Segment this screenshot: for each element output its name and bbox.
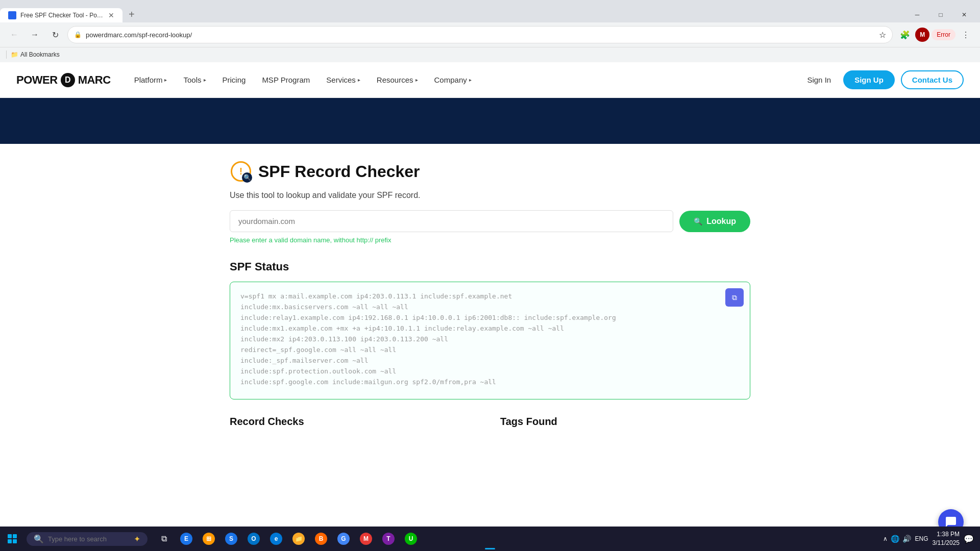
signin-button[interactable]: Sign In [801, 71, 837, 88]
toolbar-actions: 🧩 M Error ⋮ [897, 27, 974, 43]
spf-line-8: include:spf.protection.outlook.com ~all [240, 367, 740, 375]
active-tab[interactable]: Free SPF Checker Tool - Power... ✕ [0, 8, 122, 22]
browser-toolbar: ← → ↻ 🔒 ☆ 🧩 M Error ⋮ [0, 22, 980, 47]
record-checks-section: Record Checks [230, 416, 480, 432]
error-button[interactable]: Error [932, 29, 955, 40]
forward-button[interactable]: → [27, 27, 43, 43]
maximize-button[interactable]: □ [929, 7, 952, 22]
address-bar[interactable]: 🔒 ☆ [67, 26, 893, 43]
lookup-button[interactable]: 🔍 Lookup [679, 211, 750, 232]
browser-window: Free SPF Checker Tool - Power... ✕ + ─ □… [0, 0, 980, 62]
tags-found-section: Tags Found [500, 416, 750, 432]
tags-found-title: Tags Found [500, 416, 750, 428]
menu-button[interactable]: ⋮ [958, 27, 974, 43]
all-bookmarks[interactable]: 📁 All Bookmarks [11, 51, 60, 58]
bookmarks-folder-icon: 📁 [11, 51, 18, 58]
close-button[interactable]: ✕ [952, 7, 976, 22]
platform-chevron: ▸ [164, 77, 167, 83]
extensions-button[interactable]: 🧩 [897, 27, 913, 43]
nav-platform[interactable]: Platform ▸ [127, 71, 175, 88]
reload-button[interactable]: ↻ [47, 27, 63, 43]
hero-banner [0, 98, 980, 144]
signup-button[interactable]: Sign Up [843, 70, 895, 89]
nav-right: Sign In Sign Up Contact Us [801, 70, 964, 89]
minimize-button[interactable]: ─ [905, 7, 929, 22]
company-chevron: ▸ [469, 77, 472, 83]
lock-icon: 🔒 [74, 31, 82, 38]
nav-services[interactable]: Services ▸ [319, 71, 368, 88]
bottom-sections: Record Checks Tags Found [230, 416, 750, 432]
record-checks-title: Record Checks [230, 416, 480, 428]
nav-resources[interactable]: Resources ▸ [370, 71, 425, 88]
spf-line-5: include:mx2 ip4:203.0.113.100 ip4:203.0.… [240, 335, 740, 343]
spf-line-4: include:mx1.example.com +mx +a +ip4:10.1… [240, 324, 740, 332]
logo[interactable]: POWER D MARC [16, 73, 111, 87]
main-content: 🔍 SPF Record Checker Use this tool to lo… [209, 144, 771, 448]
page-content: POWER D MARC Platform ▸ Tools ▸ Pricing … [0, 62, 980, 448]
copy-button[interactable]: ⧉ [725, 288, 744, 307]
url-input[interactable] [86, 31, 875, 39]
resources-chevron: ▸ [415, 77, 418, 83]
spf-status-heading: SPF Status [230, 260, 750, 273]
spf-line-7: include:_spf.mailserver.com ~all [240, 357, 740, 364]
tools-chevron: ▸ [204, 77, 206, 83]
search-row: 🔍 Lookup [230, 210, 750, 232]
bookmarks-bar: 📁 All Bookmarks [0, 47, 980, 62]
nav-company[interactable]: Company ▸ [427, 71, 479, 88]
page-title: 🔍 SPF Record Checker [230, 160, 750, 183]
nav-links: Platform ▸ Tools ▸ Pricing MSP Program S… [127, 71, 801, 88]
new-tab-button[interactable]: + [122, 7, 141, 22]
spf-line-6: redirect=_spf.google.com ~all ~all ~all [240, 346, 740, 354]
spf-line-2: include:mx.basicservers.com ~all ~all ~a… [240, 303, 740, 311]
contact-button[interactable]: Contact Us [901, 70, 964, 89]
nav-pricing[interactable]: Pricing [215, 71, 253, 88]
navbar: POWER D MARC Platform ▸ Tools ▸ Pricing … [0, 62, 980, 98]
tab-favicon [8, 11, 16, 19]
spf-checker-icon: 🔍 [230, 160, 252, 183]
services-chevron: ▸ [358, 77, 360, 83]
profile-button[interactable]: M [915, 28, 929, 42]
tab-bar: Free SPF Checker Tool - Power... ✕ + ─ □… [0, 0, 980, 22]
nav-msp[interactable]: MSP Program [255, 71, 317, 88]
tab-close-button[interactable]: ✕ [108, 11, 114, 19]
hint-text: Please enter a valid domain name, withou… [230, 236, 750, 244]
spf-status-box: ⧉ v=spf1 mx a:mail.example.com ip4:203.0… [230, 282, 750, 399]
star-icon[interactable]: ☆ [879, 30, 886, 40]
back-button[interactable]: ← [6, 27, 22, 43]
page-subtitle: Use this tool to lookup and validate you… [230, 191, 750, 200]
domain-input[interactable] [230, 210, 673, 232]
spf-line-9: include:spf.google.com include:mailgun.o… [240, 378, 740, 386]
window-controls: ─ □ ✕ [901, 7, 980, 22]
nav-tools[interactable]: Tools ▸ [176, 71, 213, 88]
tab-title: Free SPF Checker Tool - Power... [20, 12, 104, 19]
spf-line-3: include:relay1.example.com ip4:192.168.0… [240, 314, 740, 321]
lookup-search-icon: 🔍 [694, 217, 702, 226]
spf-line-1: v=spf1 mx a:mail.example.com ip4:203.0.1… [240, 292, 740, 300]
